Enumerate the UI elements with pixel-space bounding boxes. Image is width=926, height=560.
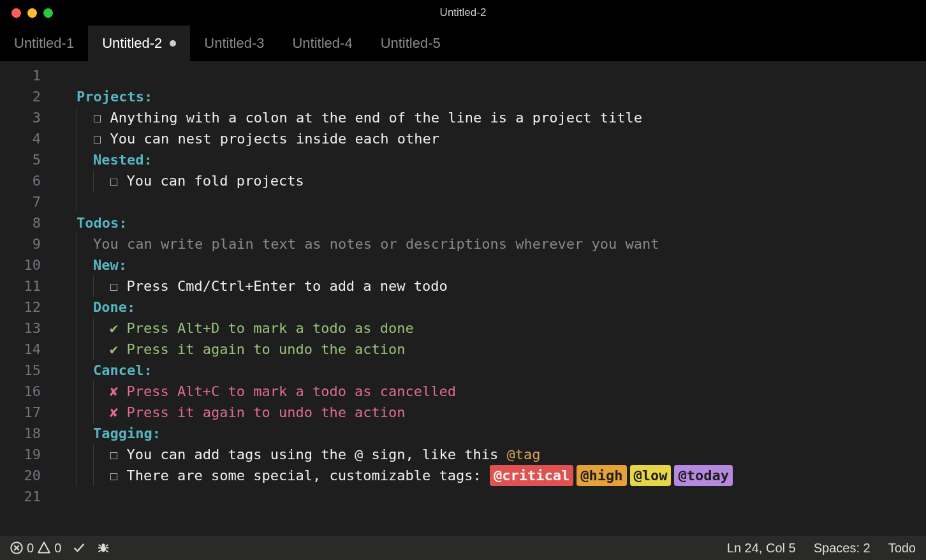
code-line[interactable]: ☐ Anything with a colon at the end of th… xyxy=(56,107,926,128)
tab-label: Untitled-3 xyxy=(204,35,264,52)
check-icon xyxy=(73,542,85,554)
tab-untitled-3[interactable]: Untitled-3 xyxy=(190,26,278,61)
line-number: 10 xyxy=(0,254,41,276)
code-segment: ☐ xyxy=(110,276,127,297)
tab-label: Untitled-4 xyxy=(292,35,352,52)
indent-guide xyxy=(93,381,94,402)
line-number: 16 xyxy=(0,381,41,402)
tab-untitled-4[interactable]: Untitled-4 xyxy=(278,26,366,61)
code-segment: Tagging: xyxy=(93,423,161,444)
code-line[interactable]: Projects: xyxy=(56,86,926,107)
line-number-gutter: 123456789101112131415161718192021 xyxy=(0,65,56,536)
svg-line-7 xyxy=(99,545,101,547)
line-number: 9 xyxy=(0,233,41,254)
svg-point-4 xyxy=(102,543,105,547)
line-number: 5 xyxy=(0,149,41,170)
code-segment: Nested: xyxy=(93,149,152,170)
indent-guide xyxy=(77,423,77,444)
tab-untitled-5[interactable]: Untitled-5 xyxy=(367,26,455,61)
code-line[interactable]: Done: xyxy=(56,297,926,318)
code-line[interactable]: Tagging: xyxy=(56,423,926,444)
indent-guide xyxy=(77,444,77,465)
code-line[interactable] xyxy=(56,65,926,86)
debug-button[interactable] xyxy=(97,542,110,554)
code-line[interactable]: Todos: xyxy=(56,212,926,233)
code-segment: @critical xyxy=(490,465,573,486)
indentation-selector[interactable]: Spaces: 2 xyxy=(814,541,871,556)
line-number: 14 xyxy=(0,339,41,360)
line-number: 4 xyxy=(0,128,41,149)
line-number: 8 xyxy=(0,212,41,233)
code-line[interactable]: ☐ You can nest projects inside each othe… xyxy=(56,128,926,149)
minimize-button[interactable] xyxy=(27,8,37,18)
code-segment: @tag xyxy=(507,444,541,465)
code-segment: ✔ xyxy=(110,318,127,339)
editor[interactable]: 123456789101112131415161718192021 Projec… xyxy=(0,61,926,536)
code-line[interactable]: ☐ Press Cmd/Ctrl+Enter to add a new todo xyxy=(56,276,926,297)
code-segment: There are some special, customizable tag… xyxy=(127,465,490,486)
indent-guide xyxy=(93,465,94,486)
warning-icon xyxy=(38,542,50,554)
indent-guide xyxy=(77,297,77,318)
code-line[interactable]: ✔ Press Alt+D to mark a todo as done xyxy=(56,318,926,339)
line-number: 3 xyxy=(0,107,41,128)
code-line[interactable]: ✘ Press it again to undo the action xyxy=(56,402,926,423)
error-icon xyxy=(10,542,23,554)
code-segment: Press it again to undo the action xyxy=(127,402,406,423)
code-segment: Press Cmd/Ctrl+Enter to add a new todo xyxy=(127,276,448,297)
line-number: 17 xyxy=(0,402,41,423)
indent-guide xyxy=(77,339,77,360)
code-segment: ☐ xyxy=(110,170,127,191)
svg-line-9 xyxy=(99,550,101,552)
tab-untitled-2[interactable]: Untitled-2 xyxy=(88,26,190,61)
code-segment: ✘ xyxy=(110,381,127,402)
line-number: 19 xyxy=(0,444,41,465)
line-number: 2 xyxy=(0,86,41,107)
indent-guide xyxy=(77,318,77,339)
code-segment: New: xyxy=(93,254,127,276)
cursor-position[interactable]: Ln 24, Col 5 xyxy=(727,541,796,556)
code-segment: ☐ xyxy=(110,465,127,486)
code-line[interactable]: New: xyxy=(56,254,926,276)
indent-guide xyxy=(77,276,77,297)
code-segment: @today xyxy=(674,465,732,486)
code-line[interactable]: ☐ You can add tags using the @ sign, lik… xyxy=(56,444,926,465)
line-number: 1 xyxy=(0,65,41,86)
indent-guide xyxy=(77,128,77,149)
maximize-button[interactable] xyxy=(43,8,53,18)
code-line[interactable]: ✘ Press Alt+C to mark a todo as cancelle… xyxy=(56,381,926,402)
code-line[interactable] xyxy=(56,191,926,212)
code-segment: @high xyxy=(577,465,626,486)
code-area[interactable]: Projects:☐ Anything with a colon at the … xyxy=(56,65,926,536)
tab-label: Untitled-1 xyxy=(14,35,74,52)
code-segment: Anything with a colon at the end of the … xyxy=(110,107,642,128)
line-number: 15 xyxy=(0,360,41,381)
window-title: Untitled-2 xyxy=(440,6,487,19)
indent-guide xyxy=(77,402,77,423)
indent-guide xyxy=(93,318,94,339)
code-segment: ✘ xyxy=(110,402,127,423)
code-line[interactable]: Nested: xyxy=(56,149,926,170)
titlebar: Untitled-2 xyxy=(0,0,926,26)
code-line[interactable]: ☐ You can fold projects xyxy=(56,170,926,191)
tab-label: Untitled-2 xyxy=(102,35,162,52)
code-line[interactable] xyxy=(56,486,926,507)
language-mode[interactable]: Todo xyxy=(888,541,916,556)
code-line[interactable]: ✔ Press it again to undo the action xyxy=(56,339,926,360)
problems-indicator[interactable]: 0 0 xyxy=(10,541,61,556)
indent-guide xyxy=(93,276,94,297)
indent-guide xyxy=(77,191,77,212)
code-line[interactable]: ☐ There are some special, customizable t… xyxy=(56,465,926,486)
window-controls xyxy=(0,8,53,18)
close-button[interactable] xyxy=(11,8,21,18)
code-segment: You can fold projects xyxy=(127,170,304,191)
code-segment: Cancel: xyxy=(93,360,152,381)
line-number: 20 xyxy=(0,465,41,486)
code-line[interactable]: Cancel: xyxy=(56,360,926,381)
line-number: 18 xyxy=(0,423,41,444)
line-number: 11 xyxy=(0,276,41,297)
git-sync-button[interactable] xyxy=(73,542,85,554)
code-line[interactable]: You can write plain text as notes or des… xyxy=(56,233,926,254)
tab-untitled-1[interactable]: Untitled-1 xyxy=(0,26,88,61)
code-segment: You can nest projects inside each other xyxy=(110,128,440,149)
